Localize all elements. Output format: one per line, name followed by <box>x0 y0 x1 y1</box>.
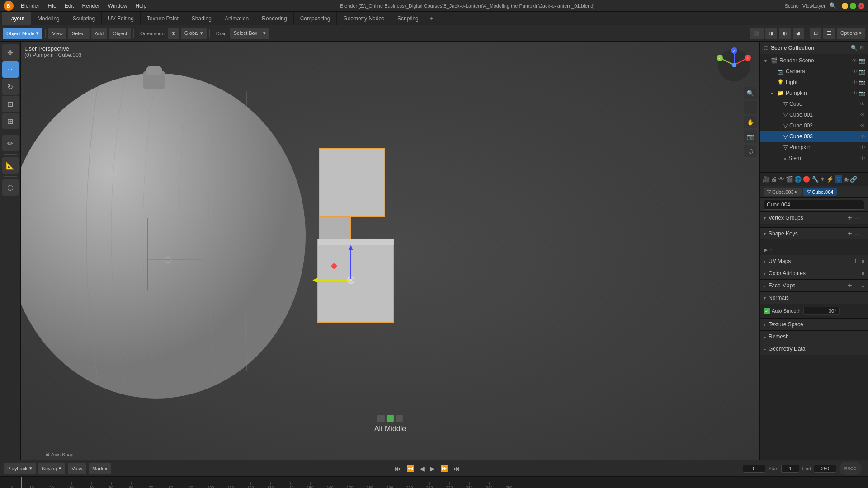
data-name-input[interactable] <box>764 200 864 210</box>
sk-play-icon[interactable]: ▶ <box>764 247 768 253</box>
outliner-item-stem[interactable]: ⟁ Stem 👁 <box>760 153 868 164</box>
timeline-ruler[interactable]: 0 10 20 30 40 50 60 70 80 90 100 110 120… <box>0 476 868 488</box>
tool-transform[interactable]: ⊞ <box>2 113 19 129</box>
cam-eye-icon[interactable]: 👁 <box>852 69 857 75</box>
outliner-item-light[interactable]: 💡 Light 👁 📷 <box>760 77 868 88</box>
coll-eye-icon[interactable]: 👁 <box>852 90 857 96</box>
auto-smooth-checkbox[interactable]: ✓ <box>764 308 770 314</box>
current-frame-input[interactable] <box>743 465 765 473</box>
cube003-eye-icon[interactable]: 👁 <box>860 134 865 139</box>
props-tab-render[interactable]: 🎥 <box>763 176 770 183</box>
fm-options-icon[interactable]: ≡ <box>862 283 864 288</box>
vis-eye-icon[interactable]: 👁 <box>852 58 857 64</box>
stem-eye-icon[interactable]: 👁 <box>860 155 865 161</box>
outliner-filter-icon[interactable]: 🔍 <box>851 45 858 51</box>
outliner-item-cube001[interactable]: ▽ Cube.001 👁 <box>760 109 868 120</box>
tab-layout[interactable]: Layout <box>2 12 31 25</box>
sk-options2-icon[interactable]: ≡ <box>769 247 773 253</box>
zoom-out-icon[interactable]: — <box>744 101 757 114</box>
light-eye-icon[interactable]: 👁 <box>852 80 857 85</box>
tab-shading[interactable]: Shading <box>185 12 218 25</box>
cam-render-icon[interactable]: 📷 <box>859 69 865 75</box>
sk-remove-button[interactable]: – <box>855 230 859 237</box>
play-button[interactable]: ▶ <box>429 465 436 472</box>
outliner-item-cube[interactable]: ▽ Cube 👁 <box>760 99 868 109</box>
overlays-toggle[interactable]: ☰ <box>823 28 835 39</box>
menu-render[interactable]: Render <box>78 2 103 10</box>
vg-options-icon[interactable]: ≡ <box>862 215 864 221</box>
orientation-global[interactable]: Global ▾ <box>181 28 207 39</box>
playback-menu[interactable]: Playback ▾ <box>4 463 36 474</box>
select-menu[interactable]: Select <box>68 28 90 39</box>
cube001-eye-icon[interactable]: 👁 <box>860 112 865 117</box>
camera-icon[interactable]: 📷 <box>744 130 757 143</box>
menu-help[interactable]: Help <box>132 2 150 10</box>
pan-icon[interactable]: ✋ <box>744 116 757 128</box>
next-frame-button[interactable]: ⏩ <box>439 465 449 472</box>
add-workspace-button[interactable]: + <box>425 12 438 25</box>
normals-header[interactable]: ▾ Normals <box>760 292 868 304</box>
viewport[interactable]: User Perspective (0) Pumpkin | Cube.003 … <box>21 42 760 460</box>
props-tab-modifier[interactable]: 🔧 <box>811 176 819 183</box>
props-tab-physics[interactable]: ⚡ <box>826 176 834 183</box>
gizmo-toggle[interactable]: ⊡ <box>810 28 821 39</box>
select-box-button[interactable]: Select Box ~ ▾ <box>230 28 269 39</box>
data-path-cube004[interactable]: ▽ Cube.004 <box>803 188 837 196</box>
tool-measure[interactable]: 📐 <box>2 157 19 174</box>
menu-blender[interactable]: Blender <box>17 2 43 10</box>
outliner-item-pumpkin-mesh[interactable]: ▽ Pumpkin 👁 <box>760 142 868 153</box>
outliner-item-cube002[interactable]: ▽ Cube.002 👁 <box>760 120 868 131</box>
keying-menu[interactable]: Keying ▾ <box>38 463 66 474</box>
uv-options-icon[interactable]: ≡ <box>862 258 864 264</box>
fm-remove-button[interactable]: – <box>855 282 859 289</box>
tab-sculpting[interactable]: Sculpting <box>66 12 102 25</box>
vg-remove-button[interactable]: – <box>855 214 859 221</box>
props-tab-material[interactable]: ◉ <box>844 176 849 183</box>
search-icon[interactable]: 🔍 <box>829 2 836 9</box>
menu-file[interactable]: File <box>44 2 60 10</box>
tool-addon[interactable]: ⬡ <box>2 179 19 196</box>
tool-rotate[interactable]: ↻ <box>2 79 19 95</box>
prev-frame-button[interactable]: ⏪ <box>405 465 415 472</box>
end-frame-input[interactable] <box>814 465 836 473</box>
vis-render-icon[interactable]: 📷 <box>859 58 865 64</box>
outliner-item-camera[interactable]: 📷 Camera 👁 📷 <box>760 66 868 77</box>
outliner-item-render-scene[interactable]: ▾ 🎬 Render Scene 👁 📷 <box>760 55 868 66</box>
options-button[interactable]: Options ▾ <box>837 28 865 39</box>
uv-maps-header[interactable]: ▸ UV Maps 1 ≡ <box>760 255 868 267</box>
cube002-eye-icon[interactable]: 👁 <box>860 123 865 128</box>
color-attributes-header[interactable]: ▸ Color Attributes ≡ <box>760 267 868 279</box>
pump-eye-icon[interactable]: 👁 <box>860 145 865 150</box>
navigation-gizmo[interactable]: Z X Y <box>716 47 752 83</box>
view-timeline-menu[interactable]: View <box>68 463 86 474</box>
vertex-groups-header[interactable]: ▾ Vertex Groups + – ≡ <box>760 212 868 224</box>
playhead[interactable] <box>21 477 22 488</box>
tool-scale[interactable]: ⊡ <box>2 96 19 112</box>
jump-start-button[interactable]: ⏮ <box>393 465 402 472</box>
texture-space-header[interactable]: ▸ Texture Space <box>760 319 868 330</box>
menu-window[interactable]: Window <box>104 2 131 10</box>
orientation-button[interactable]: ⊕ <box>168 28 179 39</box>
props-tab-output[interactable]: 🖨 <box>771 176 777 183</box>
tab-texture-paint[interactable]: Texture Paint <box>141 12 185 25</box>
marker-menu[interactable]: Marker <box>89 463 111 474</box>
tab-modeling[interactable]: Modeling <box>31 12 66 25</box>
ca-options-icon[interactable]: ≡ <box>862 271 864 276</box>
coll-render-icon[interactable]: 📷 <box>859 90 865 96</box>
tab-geometry-nodes[interactable]: Geometry Nodes <box>337 12 391 25</box>
outliner-item-cube003[interactable]: ▽ Cube.003 👁 <box>760 131 868 142</box>
tab-uv-editing[interactable]: UV Editing <box>102 12 141 25</box>
auto-smooth-value[interactable] <box>803 307 840 315</box>
object-mode-button[interactable]: Object Mode ▾ <box>3 28 42 39</box>
props-tab-view[interactable]: 👁 <box>778 176 784 183</box>
remesh-header[interactable]: ▸ Remesh <box>760 331 868 343</box>
view-menu[interactable]: View <box>48 28 66 39</box>
viewport-shading-rendered[interactable]: ◕ <box>793 28 804 39</box>
props-tab-data[interactable]: ▽ <box>835 175 842 183</box>
fm-add-button[interactable]: + <box>848 282 852 289</box>
props-tab-object[interactable]: 🔴 <box>803 176 810 183</box>
viewport-shading-solid[interactable]: ◑ <box>765 28 777 39</box>
tab-animation[interactable]: Animation <box>218 12 255 25</box>
maximize-button[interactable]: □ <box>850 3 856 9</box>
minimize-button[interactable]: – <box>842 3 848 9</box>
